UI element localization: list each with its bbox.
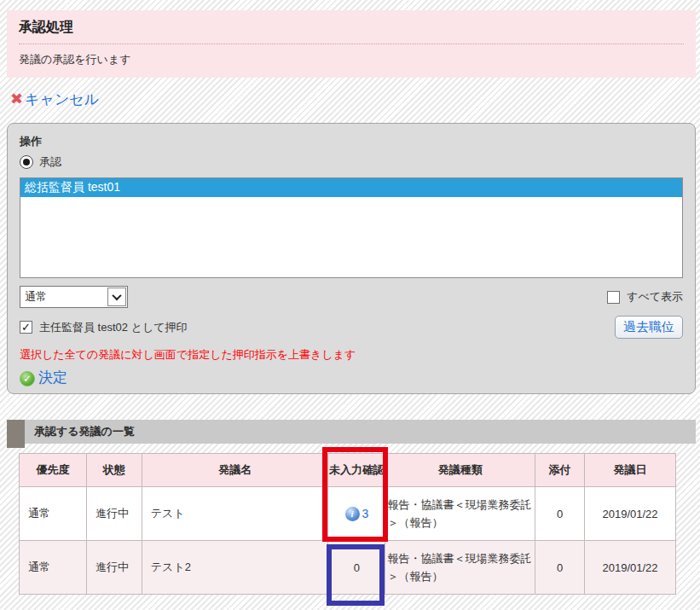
checkbox-unchecked-icon[interactable] <box>607 291 620 304</box>
col-attach: 添付 <box>535 454 585 487</box>
submit-link[interactable]: ✓決定 <box>20 368 67 387</box>
page-subtitle: 発議の承認を行います <box>19 44 684 67</box>
col-priority: 優先度 <box>20 454 87 487</box>
cell-date: 2019/01/22 <box>585 487 676 541</box>
cell-type: 報告・協議書＜現場業務委託＞（報告） <box>385 541 535 595</box>
check-circle-icon: ✓ <box>20 371 35 386</box>
cancel-row: ✖キャンセル <box>10 89 700 109</box>
cancel-label: キャンセル <box>25 91 99 107</box>
page-title: 承認処理 <box>19 19 684 44</box>
stamp-as-checkbox[interactable]: ✓ 主任監督員 test02 として押印 <box>20 320 188 335</box>
approve-radio-label: 承認 <box>39 154 61 170</box>
select-arrow-button[interactable] <box>107 288 126 306</box>
radio-selected-icon[interactable] <box>20 155 33 169</box>
priority-select-value: 通常 <box>25 289 47 305</box>
cell-priority: 通常 <box>20 487 87 541</box>
overwrite-warning-text: 選択した全ての発議に対し画面で指定した押印指示を上書きします <box>20 347 683 363</box>
operation-title: 操作 <box>20 134 683 149</box>
approver-listbox[interactable]: 総括監督員 test01 <box>20 177 683 278</box>
list-section-header: 承認する発議の一覧 <box>7 420 696 444</box>
unfilled-count-link[interactable]: 3 <box>362 507 369 520</box>
table-wrap: 優先度 状態 発議名 未入力確認 発議種類 添付 発議日 通常 進行中 テスト … <box>19 453 680 595</box>
col-type: 発議種類 <box>385 454 535 487</box>
table-row: 通常 進行中 テスト i3 報告・協議書＜現場業務委託＞（報告） 0 2019/… <box>20 487 676 541</box>
section-bullet <box>7 420 25 448</box>
cell-date: 2019/01/22 <box>585 541 676 595</box>
approve-radio[interactable]: 承認 <box>20 154 683 170</box>
show-all-checkbox[interactable]: すべて表示 <box>607 289 683 305</box>
proposals-table: 優先度 状態 発議名 未入力確認 発議種類 添付 発議日 通常 進行中 テスト … <box>19 453 676 595</box>
submit-row: ✓決定 <box>20 368 683 387</box>
approver-list-item[interactable]: 総括監督員 test01 <box>20 178 682 197</box>
info-icon: i <box>345 507 360 521</box>
priority-row: 通常 すべて表示 <box>20 286 683 308</box>
cell-attach: 0 <box>535 487 585 541</box>
show-all-label: すべて表示 <box>627 289 683 305</box>
priority-select[interactable]: 通常 <box>20 286 128 308</box>
col-date: 発議日 <box>585 454 676 487</box>
stamp-as-label: 主任監督員 test02 として押印 <box>39 320 188 335</box>
section-title: 承認する発議の一覧 <box>34 420 135 444</box>
table-row: 通常 進行中 テスト2 0 報告・協議書＜現場業務委託＞（報告） 0 2019/… <box>20 541 676 595</box>
past-position-button[interactable]: 過去職位 <box>615 316 683 339</box>
col-unfilled: 未入力確認 <box>328 454 385 487</box>
cell-unfilled: 0 <box>328 541 385 595</box>
cell-priority: 通常 <box>20 541 87 595</box>
col-name: 発議名 <box>142 454 328 487</box>
cell-status: 進行中 <box>86 487 142 541</box>
approval-page: 承認処理 発議の承認を行います ✖キャンセル 操作 承認 総括監督員 test0… <box>0 10 700 610</box>
cell-unfilled: i3 <box>328 487 385 541</box>
cell-name: テスト <box>142 487 328 541</box>
cancel-link[interactable]: ✖キャンセル <box>10 90 99 109</box>
cell-type: 報告・協議書＜現場業務委託＞（報告） <box>385 487 535 541</box>
col-status: 状態 <box>86 454 142 487</box>
checkbox-checked-icon[interactable]: ✓ <box>20 321 32 334</box>
operation-panel: 操作 承認 総括監督員 test01 通常 すべて表示 ✓ 主任監督員 t <box>7 123 696 394</box>
cell-attach: 0 <box>535 541 585 595</box>
page-header: 承認処理 発議の承認を行います <box>7 10 696 78</box>
chevron-down-icon <box>112 291 121 300</box>
stamp-row: ✓ 主任監督員 test02 として押印 過去職位 <box>20 316 683 339</box>
cell-status: 進行中 <box>86 541 142 595</box>
cell-name: テスト2 <box>142 541 328 595</box>
cancel-x-icon: ✖ <box>10 90 23 107</box>
table-header-row: 優先度 状態 発議名 未入力確認 発議種類 添付 発議日 <box>20 454 676 487</box>
submit-label: 決定 <box>38 369 67 386</box>
